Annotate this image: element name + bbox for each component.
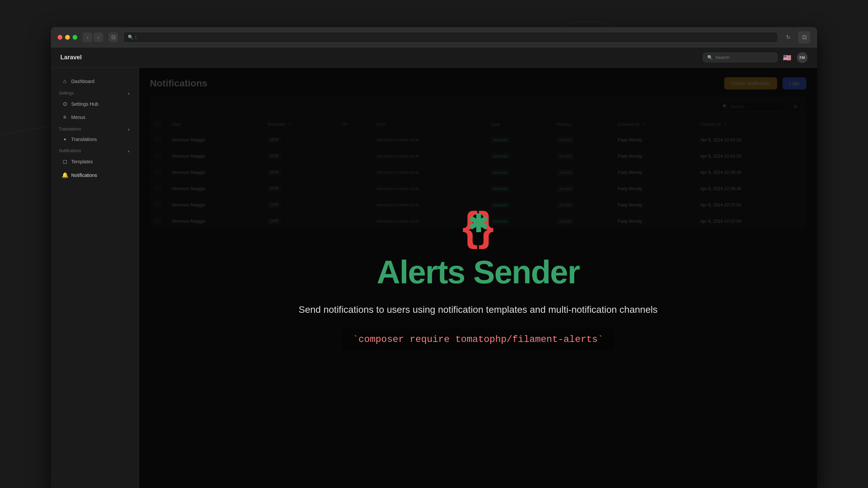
sidebar-item-templates[interactable]: ◻ Templates	[54, 155, 136, 168]
top-nav: Laravel 🔍 🇺🇸 FM	[51, 47, 817, 68]
templates-icon: ◻	[62, 158, 68, 165]
url-bar[interactable]: 🔍 |	[123, 32, 778, 43]
reload-icon: ↻	[786, 34, 790, 40]
nav-buttons: ‹ ›	[83, 33, 103, 42]
reload-button[interactable]: ↻	[783, 33, 793, 42]
browser-window: ‹ › ⊟ 🔍 | ↻ ⊡ Laravel 🔍 🇺🇸	[51, 27, 817, 488]
main-area: ⌂ Dashboard Settings ▲ ⊙ Settings Hub ≡ …	[51, 68, 817, 488]
maximize-button[interactable]	[73, 35, 77, 40]
language-flag: 🇺🇸	[783, 54, 791, 62]
sidebar-item-settings-hub[interactable]: ⊙ Settings Hub	[54, 97, 136, 110]
traffic-lights	[58, 35, 77, 40]
translations-icon: ✦	[62, 137, 68, 142]
app-logo: Laravel	[60, 54, 82, 61]
minimize-button[interactable]	[65, 35, 70, 40]
search-icon: 🔍	[707, 55, 713, 60]
settings-section-label: Settings	[59, 91, 74, 96]
sidebar-item-menus[interactable]: ≡ Menus	[54, 111, 136, 124]
sidebar-toggle-button[interactable]: ⊟	[108, 33, 118, 42]
sidebar-item-notifications[interactable]: 🔔 Notifications	[54, 168, 136, 182]
home-icon: ⌂	[62, 78, 68, 84]
notifications-section-arrow: ▲	[127, 149, 131, 153]
sidebar-item-dashboard[interactable]: ⌂ Dashboard	[54, 75, 136, 88]
alerts-sender-title: Alerts Sender	[377, 253, 579, 291]
curly-braces-icon: { ✱ }	[462, 206, 494, 247]
sidebar-label-notifications: Notifications	[71, 172, 97, 178]
back-button[interactable]: ‹	[83, 33, 92, 42]
notifications-section-label: Notifications	[59, 148, 81, 153]
settings-hub-icon: ⊙	[62, 101, 68, 107]
forward-button[interactable]: ›	[94, 33, 103, 42]
translations-section-label: Translations	[59, 127, 81, 131]
screenshot-button[interactable]: ⊡	[798, 31, 810, 43]
sidebar-section-settings: Settings ▲	[51, 88, 139, 97]
close-button[interactable]	[58, 35, 62, 40]
sidebar-label-templates: Templates	[71, 159, 93, 164]
sidebar-label-menus: Menus	[71, 115, 85, 120]
back-icon: ‹	[87, 35, 88, 40]
url-text: |	[135, 35, 136, 40]
overlay-code: `composer require tomatophp/filament-ale…	[342, 329, 614, 350]
browser-chrome: ‹ › ⊟ 🔍 | ↻ ⊡	[51, 27, 817, 47]
sidebar-section-translations: Translations ▲	[51, 124, 139, 133]
search-icon: 🔍	[128, 35, 133, 40]
sidebar: ⌂ Dashboard Settings ▲ ⊙ Settings Hub ≡ …	[51, 68, 139, 488]
top-nav-search-input[interactable]	[715, 55, 773, 60]
sidebar-icon: ⊟	[111, 34, 116, 40]
user-avatar: FM	[797, 52, 808, 63]
notifications-icon: 🔔	[62, 172, 68, 178]
sidebar-section-notifications: Notifications ▲	[51, 146, 139, 155]
translations-section-arrow: ▲	[127, 127, 131, 131]
sidebar-item-translations[interactable]: ✦ Translations	[54, 133, 136, 145]
code-text: `composer require tomatophp/filament-ale…	[353, 334, 603, 345]
sidebar-label-translations: Translations	[71, 137, 97, 142]
app-layout: Laravel 🔍 🇺🇸 FM ⌂ Dashboard Settings ▲	[51, 47, 817, 488]
settings-section-arrow: ▲	[127, 91, 131, 95]
sidebar-label-dashboard: Dashboard	[71, 79, 95, 84]
menus-icon: ≡	[62, 114, 68, 120]
sidebar-label-settings-hub: Settings Hub	[71, 101, 98, 107]
overlay-logo-area: { ✱ } Alerts Sender	[377, 206, 579, 291]
top-nav-search-box[interactable]: 🔍	[703, 53, 777, 62]
screenshot-icon: ⊡	[802, 34, 807, 40]
content-area: Notifications Create Notification Logs 🔍…	[139, 68, 817, 488]
asterisk-star-icon: ✱	[468, 209, 488, 238]
overlay-subtitle: Send notifications to users using notifi…	[299, 304, 657, 315]
overlay: { ✱ } Alerts Sender Send notifications t…	[139, 68, 817, 488]
forward-icon: ›	[98, 35, 99, 40]
